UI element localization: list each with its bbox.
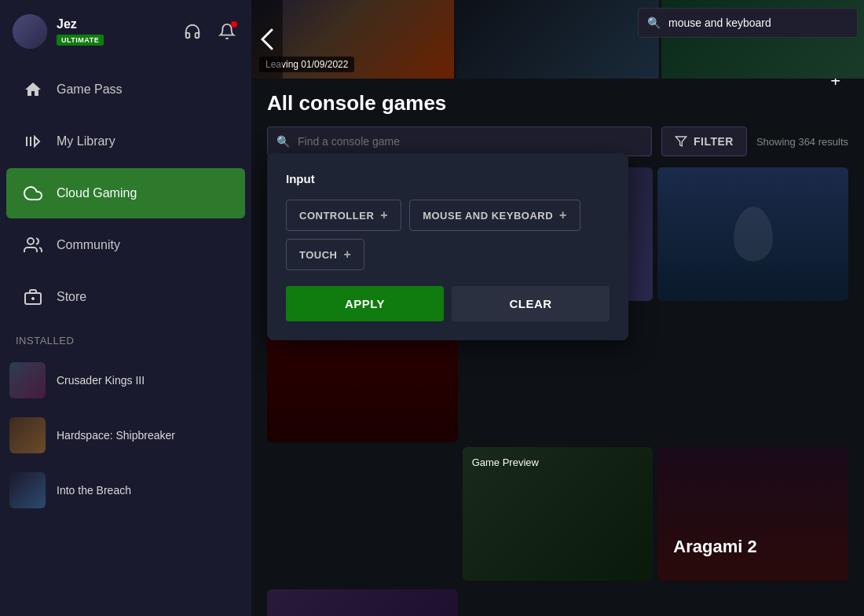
- filter-popup-title: Input: [286, 172, 610, 185]
- filter-tags: CONTROLLER + MOUSE AND KEYBOARD + TOUCH …: [286, 200, 610, 270]
- installed-game-name: Crusader Kings III: [57, 374, 145, 387]
- installed-section: Installed: [0, 324, 251, 353]
- svg-point-2: [27, 238, 34, 244]
- library-icon: [22, 130, 44, 152]
- plus-icon: +: [380, 208, 388, 222]
- user-name: Jez: [57, 17, 171, 31]
- game-thumbnail: [9, 362, 46, 398]
- sidebar-item-label: Community: [57, 238, 120, 252]
- plus-icon: +: [343, 248, 351, 262]
- search-icon: 🔍: [647, 16, 661, 29]
- filter-search-wrap: 🔍: [267, 126, 652, 156]
- installed-label: Installed: [16, 335, 236, 346]
- sidebar-item-community[interactable]: Community: [6, 220, 245, 270]
- filter-tag-touch-label: TOUCH: [299, 249, 337, 261]
- notification-button[interactable]: [215, 20, 239, 43]
- aragami-title: Aragami 2: [673, 537, 756, 557]
- plus-icon: +: [559, 208, 567, 222]
- game-thumbnail: [9, 472, 46, 508]
- community-icon: [22, 234, 44, 256]
- header-icons: [181, 20, 239, 43]
- filter-button[interactable]: FILTER: [661, 126, 747, 156]
- user-info: Jez ULTIMATE: [57, 17, 171, 46]
- sidebar-item-label: My Library: [57, 134, 115, 148]
- cloud-icon: [22, 182, 44, 204]
- back-button[interactable]: [251, 0, 283, 79]
- plus-button[interactable]: +: [830, 79, 840, 91]
- hero-card-2[interactable]: [456, 0, 659, 79]
- sidebar-item-my-library[interactable]: My Library: [6, 116, 245, 167]
- sidebar-item-label: Game Pass: [57, 82, 123, 97]
- filter-icon: [675, 135, 687, 148]
- filter-tag-controller-label: CONTROLLER: [299, 210, 374, 222]
- game-card-game-preview[interactable]: Game Preview: [463, 447, 653, 581]
- sidebar-item-label: Store: [57, 290, 86, 304]
- filter-button-label: FILTER: [694, 135, 734, 148]
- main-content: Leaving 01/09/2022 🔍 + All console games…: [251, 0, 864, 616]
- filter-tag-touch[interactable]: TOUCH +: [286, 239, 364, 270]
- game-card-hollow[interactable]: [657, 167, 848, 301]
- filter-search-input[interactable]: [267, 126, 652, 156]
- filter-search-icon: 🔍: [276, 135, 290, 148]
- filter-popup: Input CONTROLLER + MOUSE AND KEYBOARD + …: [267, 153, 628, 340]
- store-icon: [22, 286, 44, 308]
- game-preview-badge: Game Preview: [472, 456, 539, 468]
- top-search-container: 🔍: [638, 8, 858, 38]
- user-header: Jez ULTIMATE: [0, 0, 251, 63]
- installed-game-crusader-kings[interactable]: Crusader Kings III: [0, 354, 251, 406]
- svg-marker-6: [675, 137, 686, 146]
- home-icon: [22, 79, 44, 101]
- results-count: Showing 364 results: [756, 136, 848, 148]
- section-title: All console games: [267, 91, 848, 116]
- avatar: [13, 14, 47, 49]
- filter-tag-mouse-label: MOUSE AND KEYBOARD: [423, 210, 553, 222]
- game-card-aragami[interactable]: Aragami 2: [657, 447, 848, 581]
- filter-tag-controller[interactable]: CONTROLLER +: [286, 200, 401, 231]
- filter-tag-mouse-keyboard[interactable]: MOUSE AND KEYBOARD +: [409, 200, 580, 231]
- content-area: + All console games 🔍 FILTER Showing 364…: [251, 79, 864, 616]
- installed-game-into-the-breach[interactable]: Into the Breach: [0, 464, 251, 516]
- apply-button[interactable]: APPLY: [286, 286, 444, 321]
- sidebar-item-cloud-gaming[interactable]: Cloud Gaming: [6, 168, 245, 218]
- nav-menu: Game Pass My Library Cloud Gaming: [0, 63, 251, 324]
- filter-bar: 🔍 FILTER Showing 364 results: [267, 126, 848, 156]
- installed-game-shipbreaker[interactable]: Hardspace: Shipbreaker: [0, 409, 251, 461]
- installed-game-name: Hardspace: Shipbreaker: [57, 429, 175, 442]
- top-search-input[interactable]: [638, 8, 858, 38]
- avatar-icon-button[interactable]: [181, 20, 204, 43]
- hero-section: Leaving 01/09/2022 🔍: [251, 0, 864, 79]
- game-card-misc[interactable]: [267, 589, 458, 616]
- game-thumbnail: [9, 417, 46, 453]
- sidebar-item-label: Cloud Gaming: [57, 186, 137, 200]
- notification-dot: [231, 21, 237, 28]
- installed-game-name: Into the Breach: [57, 484, 131, 497]
- filter-actions: APPLY CLEAR: [286, 286, 610, 321]
- sidebar-item-game-pass[interactable]: Game Pass: [6, 64, 245, 115]
- sidebar-item-store[interactable]: Store: [6, 272, 245, 322]
- sidebar: Jez ULTIMATE: [0, 0, 251, 616]
- user-badge: ULTIMATE: [57, 35, 104, 46]
- clear-button[interactable]: CLEAR: [452, 286, 610, 321]
